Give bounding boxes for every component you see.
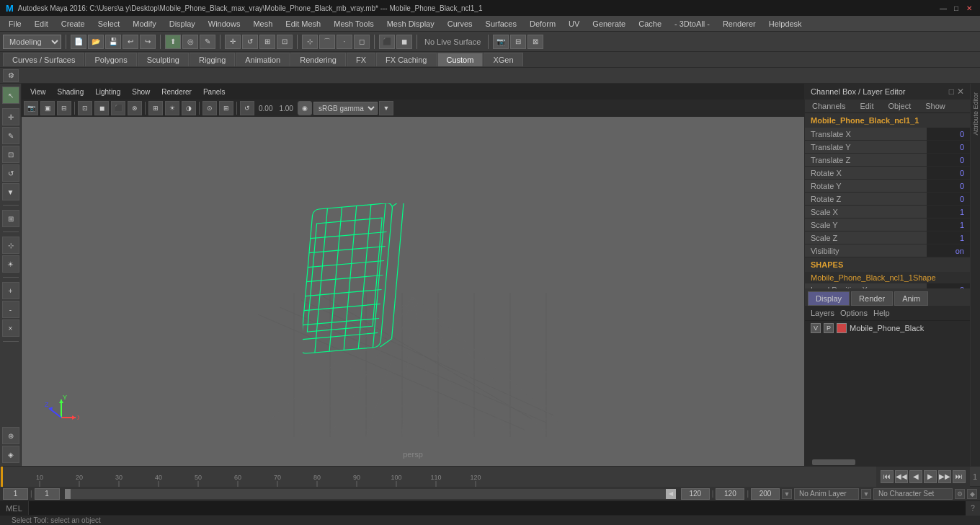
add-minus-button[interactable]: -: [2, 301, 19, 318]
wireframe-button[interactable]: ⊡: [78, 101, 92, 115]
tab-sculpting[interactable]: Sculpting: [138, 53, 189, 66]
add-plus-button[interactable]: +: [2, 282, 19, 299]
resolution-gate-button[interactable]: ⊟: [57, 101, 71, 115]
channel-box-expand-button[interactable]: □: [949, 87, 954, 97]
region-button[interactable]: ⊡: [2, 146, 19, 163]
tab-curves-surfaces[interactable]: Curves / Surfaces: [3, 53, 84, 66]
mode-select[interactable]: Modeling Rigging Animation FX Rendering: [3, 35, 61, 49]
select-mode-button[interactable]: ↖: [2, 87, 19, 104]
isolate-button[interactable]: ⊙: [202, 101, 217, 115]
rotate-tool-button[interactable]: ↺: [242, 35, 258, 49]
end-frame-input[interactable]: [681, 488, 710, 500]
goto-start-button[interactable]: ⏮: [881, 470, 894, 483]
channel-scale-y[interactable]: Scale Y 1: [805, 219, 970, 231]
menu-mesh-display[interactable]: Mesh Display: [381, 18, 440, 30]
snap-curve-button[interactable]: ⌒: [319, 35, 335, 49]
render-button[interactable]: ⬛: [379, 35, 395, 49]
minimize-button[interactable]: —: [938, 3, 948, 13]
menu-file[interactable]: File: [3, 18, 27, 30]
attribute-editor-tab[interactable]: Attribute Editor: [971, 89, 981, 138]
maximize-button[interactable]: □: [951, 3, 961, 13]
menu-surfaces[interactable]: Surfaces: [480, 18, 522, 30]
tab-custom[interactable]: Custom: [437, 53, 484, 66]
light-button[interactable]: ☀: [2, 255, 19, 273]
gamma-select[interactable]: sRGB gamma: [313, 102, 378, 115]
camera-button[interactable]: 📷: [493, 35, 509, 49]
color-icon-button[interactable]: ◉: [298, 101, 312, 115]
gate-button[interactable]: ⊠: [527, 35, 543, 49]
tab-rigging[interactable]: Rigging: [190, 53, 235, 66]
playback-range-end-handle[interactable]: ◀: [666, 489, 676, 499]
channel-translate-y[interactable]: Translate Y 0: [805, 141, 970, 154]
char-set-extra-button[interactable]: ◆: [967, 489, 977, 499]
channel-scale-z[interactable]: Scale Z 1: [805, 231, 970, 244]
move-mode-button[interactable]: ✛: [2, 108, 19, 125]
shading-button[interactable]: ◈: [2, 446, 19, 463]
char-set-display[interactable]: No Character Set: [873, 488, 953, 500]
menu-deform[interactable]: Deform: [524, 18, 561, 30]
viewport[interactable]: View Shading Lighting Show Renderer Pane…: [22, 84, 804, 466]
step-back-button[interactable]: ◀◀: [895, 470, 908, 483]
paint-select-button[interactable]: ✎: [200, 35, 215, 49]
tab-animation[interactable]: Animation: [236, 53, 290, 66]
edit-tab[interactable]: Edit: [852, 100, 881, 112]
anim-tab[interactable]: Anim: [894, 291, 928, 306]
save-file-button[interactable]: 💾: [105, 35, 121, 49]
panels-menu[interactable]: Panels: [197, 87, 231, 97]
snap-grid-button[interactable]: ⊹: [302, 35, 318, 49]
total-end-input[interactable]: [751, 488, 780, 500]
menu-create[interactable]: Create: [55, 18, 91, 30]
channel-rotate-y[interactable]: Rotate Y 0: [805, 180, 970, 193]
show-menu[interactable]: Show: [126, 87, 156, 97]
channel-rotate-z[interactable]: Rotate Z 0: [805, 193, 970, 206]
viewport-3d-area[interactable]: X Y Z persp: [22, 117, 804, 466]
layer-p-button[interactable]: P: [824, 323, 834, 333]
playback-range-handle[interactable]: [65, 489, 71, 499]
channel-list[interactable]: Translate X 0 Translate Y 0 Translate Z …: [805, 128, 970, 288]
channel-translate-x[interactable]: Translate X 0: [805, 128, 970, 141]
camera-icon-button[interactable]: 📷: [24, 101, 38, 115]
brush-button[interactable]: ✎: [2, 127, 19, 144]
move-tool-button[interactable]: ✛: [225, 35, 241, 49]
layer-visible-button[interactable]: V: [811, 323, 821, 333]
menu-cache[interactable]: Cache: [633, 18, 667, 30]
renderer-menu[interactable]: Renderer: [156, 87, 197, 97]
lasso-select-button[interactable]: ◎: [182, 35, 198, 49]
channel-translate-z[interactable]: Translate Z 0: [805, 154, 970, 167]
timeline-ruler[interactable]: 10 20 30 40 50 60 70 80 90 100: [0, 467, 876, 487]
tab-polygons[interactable]: Polygons: [85, 53, 136, 66]
view-menu[interactable]: View: [24, 87, 52, 97]
wireframe-on-shade-button[interactable]: ⬛: [111, 101, 125, 115]
layers-tab-help[interactable]: Help: [873, 309, 890, 317]
mel-help-button[interactable]: ?: [966, 501, 980, 516]
mel-label[interactable]: MEL: [0, 501, 29, 515]
channels-tab[interactable]: Channels: [805, 100, 852, 112]
camera-view-button[interactable]: ⊹: [2, 237, 19, 254]
transform-tool-button[interactable]: ⊡: [277, 35, 293, 49]
current-frame-input[interactable]: [3, 488, 28, 500]
object-tab[interactable]: Object: [881, 100, 918, 112]
redo-button[interactable]: ↪: [140, 35, 156, 49]
show-tab[interactable]: Show: [918, 100, 953, 112]
gamma-settings-button[interactable]: ▼: [379, 101, 393, 115]
play-back-button[interactable]: ◀: [909, 470, 922, 483]
menu-modify[interactable]: Modify: [127, 18, 161, 30]
menu-display[interactable]: Display: [164, 18, 201, 30]
smooth-shade-button[interactable]: ◼: [94, 101, 109, 115]
menu-renderer[interactable]: Renderer: [717, 18, 762, 30]
anim-layer-settings-button[interactable]: ▼: [861, 489, 871, 499]
play-forward-button[interactable]: ▶: [924, 470, 937, 483]
tab-fx[interactable]: FX: [347, 53, 375, 66]
snap-point-button[interactable]: ·: [337, 35, 352, 49]
menu-curves[interactable]: Curves: [442, 18, 478, 30]
open-file-button[interactable]: 📂: [88, 35, 104, 49]
refresh-button[interactable]: ↺: [240, 101, 254, 115]
tab-xgen[interactable]: XGen: [484, 53, 522, 66]
shading-menu[interactable]: Shading: [52, 87, 90, 97]
grid-button[interactable]: ⊞: [219, 101, 233, 115]
menu-edit[interactable]: Edit: [29, 18, 54, 30]
tab-fx-caching[interactable]: FX Caching: [376, 53, 436, 66]
ipr-button[interactable]: ◼: [396, 35, 412, 49]
layers-tab-options[interactable]: Options: [840, 309, 868, 317]
start-frame-input[interactable]: [35, 488, 60, 500]
